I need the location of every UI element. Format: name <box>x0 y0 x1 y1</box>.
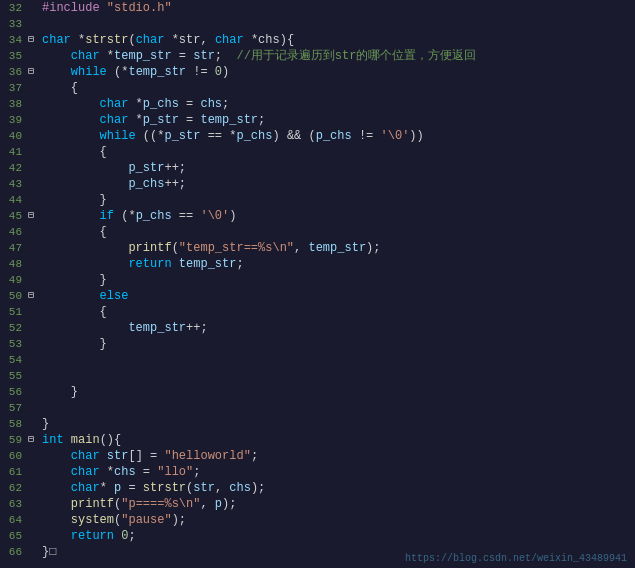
code-row: 49 } <box>0 272 635 288</box>
code-row: 51 { <box>0 304 635 320</box>
line-number: 58 <box>0 416 28 432</box>
code-row: 37 { <box>0 80 635 96</box>
code-content: char *strstr(char *str, char *chs){ <box>40 32 635 48</box>
code-content: { <box>40 80 635 96</box>
code-content: if (*p_chs == '\0') <box>40 208 635 224</box>
code-content <box>40 16 635 32</box>
code-row: 35 char *temp_str = str; //用于记录遍历到str的哪个… <box>0 48 635 64</box>
code-content: while ((*p_str == *p_chs) && (p_chs != '… <box>40 128 635 144</box>
code-content: system("pause"); <box>40 512 635 528</box>
code-content: return temp_str; <box>40 256 635 272</box>
code-row: 53 } <box>0 336 635 352</box>
code-row: 64 system("pause"); <box>0 512 635 528</box>
code-row: 33 <box>0 16 635 32</box>
line-number: 46 <box>0 224 28 240</box>
watermark: https://blog.csdn.net/weixin_43489941 <box>405 553 627 564</box>
code-row: 54 <box>0 352 635 368</box>
fold-button[interactable]: ⊟ <box>28 208 40 224</box>
line-number: 56 <box>0 384 28 400</box>
code-row: 45⊟ if (*p_chs == '\0') <box>0 208 635 224</box>
code-row: 43 p_chs++; <box>0 176 635 192</box>
code-row: 50⊟ else <box>0 288 635 304</box>
code-content: char* p = strstr(str, chs); <box>40 480 635 496</box>
code-row: 60 char str[] = "helloworld"; <box>0 448 635 464</box>
code-content: char *chs = "llo"; <box>40 464 635 480</box>
code-content <box>40 400 635 416</box>
line-number: 51 <box>0 304 28 320</box>
code-lines: 32 #include "stdio.h"33 34⊟char *strstr(… <box>0 0 635 560</box>
code-content: char *p_chs = chs; <box>40 96 635 112</box>
fold-button[interactable]: ⊟ <box>28 432 40 448</box>
code-content: else <box>40 288 635 304</box>
code-content: char *p_str = temp_str; <box>40 112 635 128</box>
code-content: int main(){ <box>40 432 635 448</box>
line-number: 40 <box>0 128 28 144</box>
line-number: 63 <box>0 496 28 512</box>
code-row: 48 return temp_str; <box>0 256 635 272</box>
code-content <box>40 352 635 368</box>
code-row: 40 while ((*p_str == *p_chs) && (p_chs !… <box>0 128 635 144</box>
code-content: printf("p====%s\n", p); <box>40 496 635 512</box>
code-row: 46 { <box>0 224 635 240</box>
line-number: 66 <box>0 544 28 560</box>
code-content: char *temp_str = str; //用于记录遍历到str的哪个位置，… <box>40 48 635 64</box>
code-row: 59⊟int main(){ <box>0 432 635 448</box>
line-number: 33 <box>0 16 28 32</box>
code-row: 61 char *chs = "llo"; <box>0 464 635 480</box>
line-number: 39 <box>0 112 28 128</box>
line-number: 45 <box>0 208 28 224</box>
line-number: 37 <box>0 80 28 96</box>
code-content: p_str++; <box>40 160 635 176</box>
fold-button[interactable]: ⊟ <box>28 64 40 80</box>
code-content: return 0; <box>40 528 635 544</box>
line-number: 60 <box>0 448 28 464</box>
code-row: 38 char *p_chs = chs; <box>0 96 635 112</box>
code-row: 56 } <box>0 384 635 400</box>
line-number: 57 <box>0 400 28 416</box>
code-row: 34⊟char *strstr(char *str, char *chs){ <box>0 32 635 48</box>
line-number: 59 <box>0 432 28 448</box>
code-row: 47 printf("temp_str==%s\n", temp_str); <box>0 240 635 256</box>
line-number: 55 <box>0 368 28 384</box>
line-number: 34 <box>0 32 28 48</box>
line-number: 36 <box>0 64 28 80</box>
line-number: 65 <box>0 528 28 544</box>
code-row: 58 } <box>0 416 635 432</box>
line-number: 52 <box>0 320 28 336</box>
fold-button[interactable]: ⊟ <box>28 288 40 304</box>
code-content <box>40 368 635 384</box>
code-content: { <box>40 144 635 160</box>
code-row: 65 return 0; <box>0 528 635 544</box>
line-number: 61 <box>0 464 28 480</box>
code-editor: 32 #include "stdio.h"33 34⊟char *strstr(… <box>0 0 635 568</box>
line-number: 49 <box>0 272 28 288</box>
code-content: } <box>40 384 635 400</box>
code-content: p_chs++; <box>40 176 635 192</box>
code-row: 63 printf("p====%s\n", p); <box>0 496 635 512</box>
code-content: #include "stdio.h" <box>40 0 635 16</box>
line-number: 50 <box>0 288 28 304</box>
line-number: 62 <box>0 480 28 496</box>
code-content: } <box>40 192 635 208</box>
line-number: 44 <box>0 192 28 208</box>
line-number: 47 <box>0 240 28 256</box>
code-content: { <box>40 304 635 320</box>
line-number: 38 <box>0 96 28 112</box>
line-number: 35 <box>0 48 28 64</box>
line-number: 41 <box>0 144 28 160</box>
code-row: 62 char* p = strstr(str, chs); <box>0 480 635 496</box>
fold-button[interactable]: ⊟ <box>28 32 40 48</box>
line-number: 54 <box>0 352 28 368</box>
code-row: 52 temp_str++; <box>0 320 635 336</box>
code-row: 36⊟ while (*temp_str != 0) <box>0 64 635 80</box>
code-row: 42 p_str++; <box>0 160 635 176</box>
code-content: char str[] = "helloworld"; <box>40 448 635 464</box>
line-number: 64 <box>0 512 28 528</box>
line-number: 48 <box>0 256 28 272</box>
code-row: 44 } <box>0 192 635 208</box>
code-row: 55 <box>0 368 635 384</box>
line-number: 53 <box>0 336 28 352</box>
line-number: 42 <box>0 160 28 176</box>
code-row: 32 #include "stdio.h" <box>0 0 635 16</box>
code-row: 41 { <box>0 144 635 160</box>
